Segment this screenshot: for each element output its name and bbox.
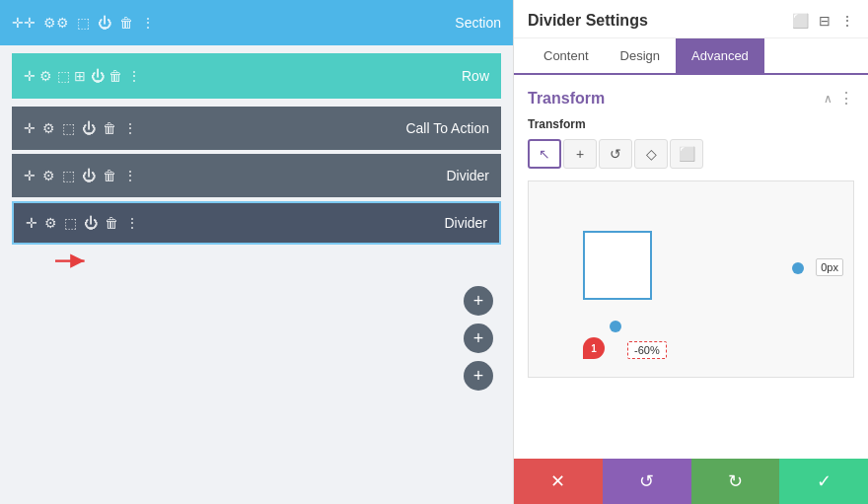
- row-trash-icon[interactable]: 🗑: [108, 68, 122, 84]
- section-icons: ✛ ⚙ ⬚ ⏻ 🗑 ⋮: [12, 15, 155, 31]
- cta-icons: ✛ ⚙ ⬚ ⏻ 🗑 ⋮: [24, 120, 137, 136]
- d1-gear-icon[interactable]: ⚙: [42, 168, 55, 183]
- row-bar: ✛ ⚙ ⬚ ⊞ ⏻ 🗑 ⋮ Row: [12, 53, 501, 99]
- divider2-label: Divider: [444, 215, 487, 231]
- settings-tabs: Content Design Advanced: [514, 38, 868, 75]
- settings-content: Transform ∧ ⋮ Transform ↖ + ↺ ◇ ⬜: [514, 75, 868, 459]
- left-panel: ✛ ⚙ ⬚ ⏻ 🗑 ⋮ Section ✛ ⚙ ⬚ ⊞ ⏻ 🗑 ⋮ Row ✛ …: [0, 0, 513, 504]
- section-gear-icon[interactable]: ⚙: [43, 15, 69, 31]
- modules-container: ✛ ⚙ ⬚ ⏻ 🗑 ⋮ Call To Action ✛ ⚙ ⬚ ⏻ 🗑 ⋮ D…: [12, 107, 501, 245]
- row-gear-icon[interactable]: ⚙: [39, 68, 52, 84]
- transform-field-label: Transform: [528, 117, 854, 131]
- d2-trash-icon[interactable]: 🗑: [105, 215, 118, 231]
- y-axis-dot[interactable]: [610, 321, 621, 332]
- divider1-icons: ✛ ⚙ ⬚ ⏻ 🗑 ⋮: [24, 168, 137, 183]
- cta-power-icon[interactable]: ⏻: [82, 120, 96, 136]
- cta-gear-icon[interactable]: ⚙: [42, 120, 55, 136]
- d1-more-icon[interactable]: ⋮: [123, 168, 137, 183]
- transform-canvas: 0px 1 -60%: [528, 180, 854, 378]
- module-bar-cta[interactable]: ✛ ⚙ ⬚ ⏻ 🗑 ⋮ Call To Action: [12, 107, 501, 150]
- settings-header: Divider Settings ⬜ ⊟ ⋮: [514, 0, 868, 38]
- section-copy-icon[interactable]: ⬚: [77, 15, 90, 31]
- section-header: Transform ∧ ⋮: [528, 89, 854, 108]
- cta-label: Call To Action: [405, 120, 489, 136]
- transform-tool-add[interactable]: +: [563, 139, 597, 169]
- row-copy-icon[interactable]: ⬚: [57, 68, 70, 84]
- row-power-icon[interactable]: ⏻: [91, 68, 105, 84]
- add-buttons-group: + + +: [464, 286, 493, 391]
- tab-content[interactable]: Content: [528, 38, 605, 73]
- transform-tool-scale[interactable]: ⬜: [670, 139, 703, 169]
- transform-tool-skew[interactable]: ◇: [634, 139, 668, 169]
- transform-tool-move[interactable]: ↖: [528, 139, 561, 169]
- columns-icon[interactable]: ⊟: [819, 13, 831, 29]
- transform-tool-rotate[interactable]: ↺: [599, 139, 632, 169]
- module-bar-divider2[interactable]: ✛ ⚙ ⬚ ⏻ 🗑 ⋮ Divider: [12, 201, 501, 245]
- right-panel: Divider Settings ⬜ ⊟ ⋮ Content Design Ad…: [513, 0, 868, 504]
- fullscreen-icon[interactable]: ⬜: [792, 13, 809, 29]
- row-more-icon[interactable]: ⋮: [127, 68, 141, 84]
- divider2-icons: ✛ ⚙ ⬚ ⏻ 🗑 ⋮: [26, 215, 139, 231]
- confirm-button[interactable]: ✓: [779, 459, 868, 504]
- section-move-icon[interactable]: ✛: [12, 15, 36, 31]
- section-header-controls: ∧ ⋮: [824, 89, 854, 108]
- row-label: Row: [462, 68, 489, 84]
- add-button-3[interactable]: +: [464, 361, 493, 391]
- red-arrow-icon: [51, 252, 91, 271]
- cta-copy-icon[interactable]: ⬚: [62, 120, 75, 136]
- redo-button[interactable]: ↻: [691, 459, 780, 504]
- row-icons: ✛ ⚙ ⬚ ⊞ ⏻ 🗑 ⋮: [24, 67, 141, 85]
- transform-toolbar: ↖ + ↺ ◇ ⬜: [528, 139, 854, 169]
- x-value-label[interactable]: 0px: [816, 258, 843, 276]
- module-bar-divider1[interactable]: ✛ ⚙ ⬚ ⏻ 🗑 ⋮ Divider: [12, 154, 501, 197]
- tab-design[interactable]: Design: [605, 38, 676, 73]
- cancel-button[interactable]: ✕: [514, 459, 603, 504]
- transform-section: Transform ∧ ⋮ Transform ↖ + ↺ ◇ ⬜: [528, 89, 854, 378]
- row-grid-icon[interactable]: ⊞: [74, 68, 86, 84]
- reset-button[interactable]: ↺: [603, 459, 691, 504]
- y-value-label[interactable]: -60%: [627, 341, 667, 359]
- d2-power-icon[interactable]: ⏻: [84, 215, 98, 231]
- bottom-action-bar: ✕ ↺ ↻ ✓: [514, 459, 868, 504]
- d1-power-icon[interactable]: ⏻: [82, 168, 96, 183]
- x-axis-dot[interactable]: [792, 262, 804, 274]
- transform-section-title: Transform: [528, 90, 605, 108]
- add-button-2[interactable]: +: [464, 324, 493, 353]
- add-button-1[interactable]: +: [464, 286, 493, 316]
- d1-trash-icon[interactable]: 🗑: [103, 168, 116, 183]
- d2-move-icon[interactable]: ✛: [26, 215, 37, 231]
- cta-move-icon[interactable]: ✛: [24, 120, 36, 136]
- d2-more-icon[interactable]: ⋮: [125, 215, 139, 231]
- transform-element: [583, 231, 652, 300]
- cta-trash-icon[interactable]: 🗑: [103, 120, 116, 136]
- y-value-container: 1: [583, 337, 605, 359]
- row-move-icon[interactable]: ✛: [24, 68, 36, 84]
- cta-more-icon[interactable]: ⋮: [123, 120, 137, 136]
- more-options-icon[interactable]: ⋮: [840, 13, 854, 29]
- options-icon[interactable]: ⋮: [838, 89, 854, 108]
- d1-move-icon[interactable]: ✛: [24, 168, 36, 183]
- section-more-icon[interactable]: ⋮: [141, 15, 155, 31]
- collapse-icon[interactable]: ∧: [824, 92, 832, 106]
- d1-copy-icon[interactable]: ⬚: [62, 168, 75, 183]
- d2-gear-icon[interactable]: ⚙: [44, 215, 57, 231]
- section-label: Section: [455, 15, 501, 31]
- tab-advanced[interactable]: Advanced: [676, 38, 764, 73]
- section-power-icon[interactable]: ⏻: [98, 15, 111, 31]
- section-bar: ✛ ⚙ ⬚ ⏻ 🗑 ⋮ Section: [0, 0, 513, 45]
- settings-header-icons: ⬜ ⊟ ⋮: [792, 13, 854, 29]
- settings-title: Divider Settings: [528, 12, 648, 30]
- section-trash-icon[interactable]: 🗑: [119, 15, 133, 31]
- step-badge: 1: [583, 337, 605, 359]
- d2-copy-icon[interactable]: ⬚: [64, 215, 77, 231]
- divider1-label: Divider: [446, 168, 489, 183]
